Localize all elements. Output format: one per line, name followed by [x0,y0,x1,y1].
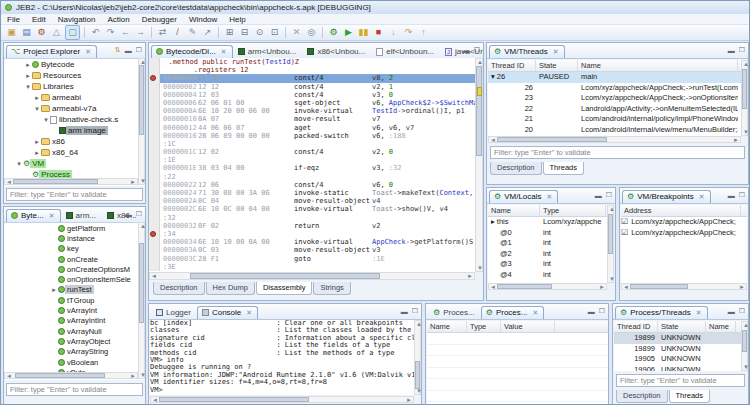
column-header-thread-id[interactable]: Thread ID [614,321,658,332]
process-threads-filter-input[interactable] [616,374,745,387]
expander-icon[interactable]: ▾ [42,116,50,124]
minimize-icon[interactable]: ▬ [728,47,735,54]
btab-disassembly[interactable]: Disassembly [256,282,313,295]
column-header-state[interactable]: State [536,60,578,71]
process-vars-table[interactable]: NameTypeValue [427,321,608,405]
code-label-line[interactable]: :1E [149,156,475,164]
pause-icon[interactable]: ▮▮ [357,26,370,39]
delete-icon[interactable]: ✕ [290,26,303,39]
column-header-value[interactable]: Value [501,321,555,332]
code-line[interactable]: 0000002A0C 04move-result-objectv4 [149,197,475,205]
thread-row[interactable]: 26Lcom/xyz/appcheck/AppCheck;->runTest(L… [488,83,741,94]
tab-logger[interactable]: Logger [151,306,197,319]
breakpoint-ruler[interactable] [149,238,160,246]
threads-filter-input[interactable] [490,146,745,159]
code-line[interactable]: 000000100A 07move-resultv7 [149,115,475,123]
breakpoint-ruler[interactable] [149,197,160,205]
editor-v-scrollbar[interactable]: ▲▼ [475,58,483,272]
code-line[interactable]: 0000003A0C 03move-result-objectv3 [149,246,475,254]
column-header-type[interactable]: Type [540,205,606,216]
h-scrollbar[interactable]: ◄► [150,396,414,403]
tab-vm-breakpoints[interactable]: ⚙ VM/Breakpoints ✕ [622,190,711,203]
breakpoint-ruler[interactable] [149,124,160,132]
save-icon[interactable]: ▤ [20,26,33,39]
column-header-thread-id[interactable]: Thread ID [488,60,536,71]
maximize-icon[interactable]: ☐ [739,46,745,54]
member-item-instance[interactable]: instance [4,233,145,243]
expander-icon[interactable]: ▾ [24,83,32,91]
code-line[interactable]: 000000346E 10 10 00 0A 00invoke-virtualA… [149,238,475,246]
btab-procthreads-description[interactable]: Description [616,390,668,403]
locals-table[interactable]: NameType▸ thisLcom/xyz/appche@0int@1int@… [488,205,607,283]
btab-vmthreads-description[interactable]: Description [490,162,542,175]
member-item-getplatform[interactable]: getPlatform [4,223,145,233]
thread-row[interactable]: 21Lcom/android/internal/policy/impl/Phon… [488,114,741,125]
breakpoint-ruler[interactable] [149,148,160,156]
v-scrollbar[interactable]: ▲▼ [607,205,614,283]
code-line[interactable]: 0000000212 12const/4v2, 1 [149,83,475,91]
maximize-icon[interactable]: ☐ [739,307,745,315]
members-filter-input[interactable] [6,383,143,396]
collapse-all-icon[interactable]: ⇅ [115,46,121,54]
code-line[interactable]: 0000001C12 02const/4v2, 0 [149,148,475,156]
breakpoint-ruler[interactable] [149,83,160,91]
code-line[interactable]: 0000000662 06 01 00sget-objectv6, AppChe… [149,99,475,107]
code-label-line[interactable]: :32 [149,214,475,222]
run-icon[interactable]: ▶ [342,26,355,39]
member-item-varrayint[interactable]: vArrayInt [4,305,145,315]
btab-hex-dump[interactable]: Hex Dump [206,282,255,295]
checkbox-checked-icon[interactable]: ☑ [621,217,628,228]
local-row[interactable]: @2int [488,249,607,260]
code-decl-line[interactable]: .method public runTest(TestId)Z [149,58,475,66]
breakpoint-ruler[interactable] [149,214,160,222]
member-item-varrayobject[interactable]: vArrayObject [4,336,145,346]
snapshot-icon[interactable]: ▢ [65,25,80,40]
code-line[interactable]: 0000003C28 F1goto:1E [149,255,475,263]
console-output[interactable]: bc [index] : Clear one or all breakpoint… [150,320,414,395]
btab-procthreads-threads[interactable]: Threads [669,390,711,403]
member-item-oncreate[interactable]: onCreate [4,254,145,264]
breakpoint-ruler[interactable] [149,156,160,164]
breakpoint-ruler[interactable] [149,74,160,82]
expander-icon[interactable]: ▸ [50,286,58,294]
code-line[interactable]: 000000162B 06 89 00 00 00packed-switchv6… [149,132,475,140]
breakpoint-ruler[interactable] [149,99,160,107]
search-icon[interactable]: ◎ [305,26,318,39]
member-item-runtest[interactable]: ▸runTest [4,285,145,295]
close-icon[interactable]: ✕ [699,193,705,201]
member-item-varrayintint[interactable]: vArrayIntInt [4,316,145,326]
process-thread-row[interactable]: 19905UNKNOWN [614,354,741,365]
tools-icon[interactable]: ⚙ [35,26,48,39]
refs-icon[interactable]: ⊙ [253,26,266,39]
expander-icon[interactable]: ▸ [33,138,41,146]
back-icon[interactable]: ← [119,26,132,39]
breakpoint-icon[interactable] [150,75,156,81]
close-icon[interactable]: ✕ [547,193,553,201]
code-line[interactable]: 0000002212 06const/4v6, 0 [149,181,475,189]
minimize-icon[interactable]: ▬ [728,308,735,315]
column-header-name[interactable]: Name [706,321,736,332]
tree-item-arm-image[interactable]: arm image [4,125,145,136]
code-decl-line[interactable]: .registers 12 [149,66,475,74]
h-scrollbar[interactable]: ◄► [621,283,747,290]
minimize-icon[interactable]: ▬ [125,47,132,54]
minimize-icon[interactable]: ▬ [595,192,602,199]
tree-item-libnative-check-s[interactable]: ▾libnative-check.s [4,114,145,125]
breakpoint-ruler[interactable] [149,140,160,148]
tree-item-libraries[interactable]: ▾Libraries [4,81,145,92]
thread-row[interactable]: 22Landroid/app/Activity;->onMenuItemSele… [488,104,741,115]
code-label-line[interactable]: :1C [149,140,475,148]
thread-row[interactable]: ▾ 26PAUSEDmain [488,72,741,83]
code-label-line[interactable]: :34 [149,230,475,238]
column-header-name[interactable]: Name [488,205,540,216]
tab-editor-0[interactable]: Bytecode/Di...✕ [151,45,233,58]
breakpoint-ruler[interactable] [149,66,160,74]
h-scrollbar[interactable]: ◄► [488,283,607,290]
btab-description[interactable]: Description [153,282,205,295]
edit-icon[interactable]: ✎ [186,26,199,39]
member-item-key[interactable]: key [4,244,145,254]
maximize-icon[interactable]: ☐ [474,46,480,54]
h-scrollbar[interactable]: ◄► [488,136,741,143]
close-icon[interactable]: ✕ [533,309,539,317]
rename-icon[interactable]: / [171,26,184,39]
